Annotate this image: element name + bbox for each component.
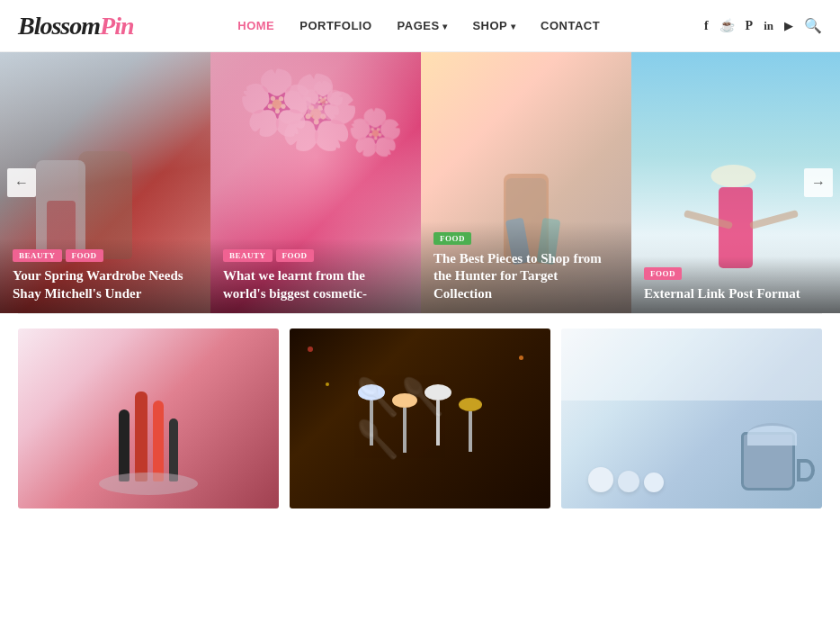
main-nav: HOME PORTFOLIO PAGES SHOP CONTACT: [237, 19, 600, 32]
nav-pages[interactable]: PAGES: [398, 19, 448, 32]
instagram-icon[interactable]: ☕: [719, 18, 735, 33]
nav-home[interactable]: HOME: [237, 19, 274, 32]
nav-portfolio[interactable]: PORTFOLIO: [299, 19, 371, 32]
pinterest-icon[interactable]: P: [746, 19, 754, 33]
logo-blossom-text: Blossom: [18, 12, 100, 40]
hero-slider: ← BEAUTY FOOD Your Spring Wardrobe Needs…: [0, 52, 840, 313]
slide-4-tags: FOOD: [644, 267, 827, 280]
slide-1-tag-beauty[interactable]: BEAUTY: [13, 249, 62, 262]
slide-4-overlay: FOOD External Link Post Format: [631, 256, 840, 314]
slide-1-tags: BEAUTY FOOD: [13, 249, 198, 262]
youtube-icon[interactable]: ▶: [784, 19, 793, 33]
site-header: BlossomPin HOME PORTFOLIO PAGES SHOP CON…: [0, 0, 840, 52]
slide-2-tag-beauty[interactable]: BEAUTY: [223, 249, 273, 262]
slide-3-overlay: FOOD The Best Pieces to Shop from the Hu…: [421, 221, 631, 314]
grid-item-2[interactable]: [290, 328, 550, 508]
search-icon[interactable]: 🔍: [804, 17, 822, 34]
site-logo[interactable]: BlossomPin: [18, 12, 134, 40]
slide-2-overlay: BEAUTY FOOD What we learnt from the worl…: [210, 238, 421, 313]
slide-4-tag-food[interactable]: FOOD: [644, 267, 682, 280]
slide-3-tag-food[interactable]: FOOD: [433, 232, 471, 245]
slide-1-overlay: BEAUTY FOOD Your Spring Wardrobe Needs S…: [0, 238, 210, 313]
slide-1-title: Your Spring Wardrobe Needs Shay Mitchell…: [13, 267, 198, 302]
slide-2-tags: BEAUTY FOOD: [223, 249, 408, 262]
content-grid: [0, 314, 840, 523]
slide-2-title: What we learnt from the world's biggest …: [223, 267, 408, 302]
slide-2: 🌸 🌸 🌸 BEAUTY FOOD What we learnt from th…: [210, 52, 421, 313]
slide-3-tags: FOOD: [433, 232, 619, 245]
slide-1-tag-food[interactable]: FOOD: [66, 249, 103, 262]
slider-prev-button[interactable]: ←: [7, 168, 36, 197]
grid-item-1[interactable]: [18, 328, 279, 508]
facebook-icon[interactable]: f: [704, 19, 709, 33]
slide-3: FOOD The Best Pieces to Shop from the Hu…: [421, 52, 631, 313]
grid-item-3-bg: [561, 328, 822, 508]
slide-4-title: External Link Post Format: [644, 285, 827, 303]
nav-contact[interactable]: CONTACT: [541, 19, 600, 32]
grid-item-1-bg: [18, 328, 279, 508]
slide-2-tag-food[interactable]: FOOD: [276, 249, 314, 262]
grid-item-2-bg: [290, 328, 550, 508]
linkedin-icon[interactable]: in: [764, 19, 773, 33]
social-icons: f ☕ P in ▶ 🔍: [704, 17, 822, 34]
nav-shop[interactable]: SHOP: [472, 19, 515, 32]
slider-next-button[interactable]: →: [804, 168, 833, 197]
grid-item-3[interactable]: [561, 328, 822, 508]
logo-pin-text: Pin: [100, 12, 133, 40]
slide-3-title: The Best Pieces to Shop from the Hunter …: [433, 250, 619, 303]
